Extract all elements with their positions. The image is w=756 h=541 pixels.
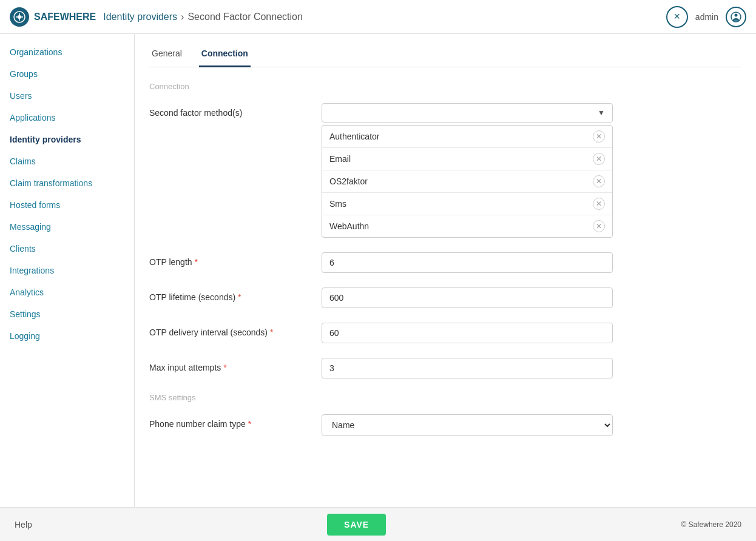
sidebar-item-hosted-forms[interactable]: Hosted forms [0,194,134,216]
breadcrumb-current: Second Factor Connection [187,12,302,22]
method-label: OS2faktor [329,176,368,186]
remove-authenticator-button[interactable]: ✕ [593,130,605,143]
help-link[interactable]: Help [15,520,32,529]
phone-claim-select[interactable]: Name Email Phone [322,414,613,436]
tab-general[interactable]: General [149,44,184,67]
method-sms: Sms ✕ [322,193,612,215]
remove-os2faktor-button[interactable]: ✕ [593,175,605,187]
otp-delivery-required: * [270,328,273,337]
phone-claim-row: Phone number claim type * Name Email Pho… [149,414,741,436]
method-authenticator: Authenticator ✕ [322,126,612,148]
second-factor-dropdown[interactable]: ▼ [322,103,613,123]
header-right: × admin [666,6,746,28]
otp-length-input[interactable] [322,252,613,273]
dropdown-arrow-icon: ▼ [598,109,605,117]
sidebar-item-integrations[interactable]: Integrations [0,260,134,281]
max-input-input[interactable] [322,358,613,378]
otp-length-required: * [194,257,197,267]
otp-lifetime-label: OTP lifetime (seconds) * [149,287,307,302]
otp-lifetime-control [322,287,613,308]
sidebar-item-groups[interactable]: Groups [0,63,134,85]
phone-claim-control: Name Email Phone [322,414,613,436]
sidebar-item-analytics[interactable]: Analytics [0,281,134,303]
otp-length-control [322,252,613,273]
header: SAFEWHERE Identity providers › Second Fa… [0,0,756,34]
tab-connection[interactable]: Connection [199,44,251,67]
breadcrumb-parent[interactable]: Identity providers [103,12,177,22]
sidebar-item-claims[interactable]: Claims [0,150,134,172]
otp-length-label: OTP length * [149,252,307,267]
second-factor-control: ▼ Authenticator ✕ Email ✕ OS2faktor ✕ [322,103,613,238]
sidebar-item-messaging[interactable]: Messaging [0,216,134,238]
logo-icon [10,7,29,27]
sidebar: Organizations Groups Users Applications … [0,34,135,507]
method-label: Sms [329,199,346,209]
breadcrumb: Identity providers › Second Factor Conne… [103,12,303,22]
method-email: Email ✕ [322,148,612,170]
methods-list: Authenticator ✕ Email ✕ OS2faktor ✕ Sms … [322,125,613,238]
method-label: Email [329,154,351,164]
otp-lifetime-required: * [238,292,241,302]
max-input-row: Max input attempts * [149,358,741,378]
otp-delivery-row: OTP delivery interval (seconds) * [149,323,741,343]
app-name: SAFEWHERE [34,12,96,22]
otp-delivery-label: OTP delivery interval (seconds) * [149,323,307,337]
second-factor-label: Second factor method(s) [149,103,307,118]
breadcrumb-separator: › [181,12,184,22]
sidebar-item-settings[interactable]: Settings [0,303,134,325]
header-left: SAFEWHERE Identity providers › Second Fa… [10,7,303,27]
method-webauthn: WebAuthn ✕ [322,215,612,237]
connection-section-title: Connection [149,82,741,91]
remove-webauthn-button[interactable]: ✕ [593,220,605,232]
content: General Connection Connection Second fac… [135,34,756,507]
main: Organizations Groups Users Applications … [0,34,756,507]
phone-claim-label: Phone number claim type * [149,414,307,429]
sidebar-item-organizations[interactable]: Organizations [0,41,134,63]
sidebar-item-identity-providers[interactable]: Identity providers [0,129,134,150]
remove-sms-button[interactable]: ✕ [593,198,605,210]
otp-delivery-control [322,323,613,343]
max-input-control [322,358,613,378]
remove-email-button[interactable]: ✕ [593,153,605,165]
phone-claim-required: * [248,419,251,429]
admin-icon[interactable] [726,7,746,27]
otp-lifetime-input[interactable] [322,287,613,308]
close-button[interactable]: × [666,6,688,28]
tabs: General Connection [149,34,741,67]
sms-section-title: SMS settings [149,393,741,402]
method-os2faktor: OS2faktor ✕ [322,170,612,193]
sidebar-item-clients[interactable]: Clients [0,238,134,260]
footer: Help SAVE © Safewhere 2020 [0,507,756,541]
otp-lifetime-row: OTP lifetime (seconds) * [149,287,741,308]
otp-length-row: OTP length * [149,252,741,273]
svg-point-1 [18,15,21,19]
max-input-required: * [223,363,226,372]
close-icon: × [674,10,681,23]
max-input-label: Max input attempts * [149,358,307,372]
save-button[interactable]: SAVE [327,514,386,536]
method-label: WebAuthn [329,221,369,231]
copyright: © Safewhere 2020 [681,520,741,529]
admin-label: admin [695,12,718,22]
sidebar-item-logging[interactable]: Logging [0,325,134,347]
sidebar-item-users[interactable]: Users [0,85,134,107]
method-label: Authenticator [329,132,380,141]
logo: SAFEWHERE [10,7,96,27]
otp-delivery-input[interactable] [322,323,613,343]
svg-point-3 [735,13,738,16]
sidebar-item-claim-transformations[interactable]: Claim transformations [0,172,134,194]
second-factor-row: Second factor method(s) ▼ Authenticator … [149,103,741,238]
sidebar-item-applications[interactable]: Applications [0,107,134,129]
